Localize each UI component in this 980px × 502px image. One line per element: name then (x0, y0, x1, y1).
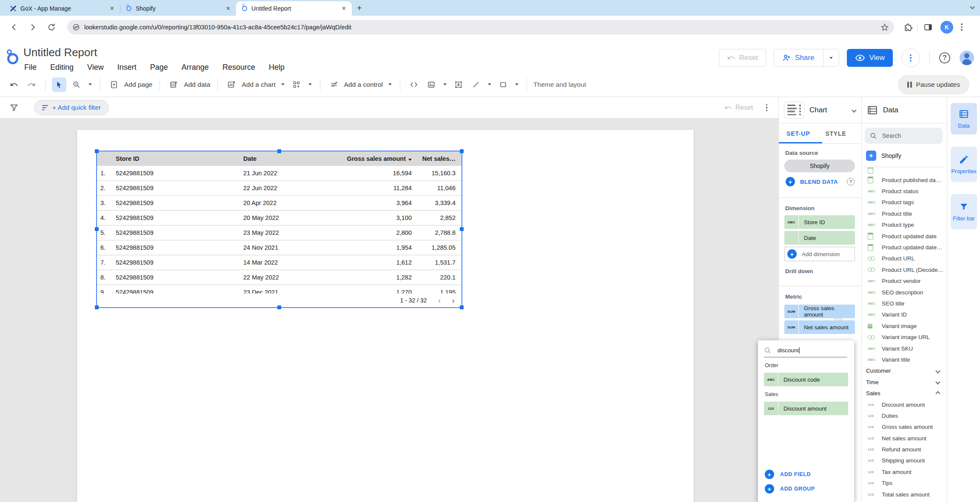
user-avatar[interactable] (960, 51, 974, 65)
share-button[interactable]: Share (774, 49, 839, 67)
field-row[interactable]: Product type (862, 220, 946, 231)
field-row[interactable]: Product published da… (862, 174, 946, 185)
field-group-row[interactable]: Time (862, 376, 946, 388)
reset-button[interactable]: Reset (719, 49, 766, 67)
field-row[interactable]: Variant ID (862, 309, 946, 320)
table-row[interactable]: 5. 52429881509 23 May 2022 2,800 2,788.8 (97, 225, 462, 240)
select-cursor-tool[interactable] (52, 77, 66, 92)
add-control-icon[interactable] (327, 77, 341, 92)
field-row[interactable]: Gross sales amount (862, 422, 946, 433)
field-group-row[interactable]: Customer (862, 365, 946, 376)
column-header-date[interactable]: Date (243, 155, 339, 162)
field-row[interactable]: SEO description (862, 287, 946, 298)
url-input[interactable]: lookerstudio.google.com/u/0/reporting/13… (67, 20, 894, 34)
field-row[interactable]: Product vendor (862, 276, 946, 287)
pause-updates-button[interactable]: Pause updates (898, 75, 969, 94)
previous-page-icon[interactable]: ‹ (438, 296, 441, 305)
table-chart[interactable]: Store ID Date Gross sales amount Net sal… (97, 151, 462, 307)
add-control-button[interactable]: Add a control (344, 81, 383, 88)
embed-code-icon[interactable] (407, 77, 421, 92)
url-text[interactable]: lookerstudio.google.com/u/0/reporting/13… (84, 24, 351, 31)
tab-strip-chevron-icon[interactable] (970, 4, 974, 9)
table-row[interactable]: 3. 52429881509 20 Apr 2022 3,964 3,339.4 (97, 196, 462, 211)
next-page-icon[interactable]: › (452, 296, 455, 305)
field-row[interactable]: Variant image (862, 320, 946, 331)
resize-handle-e[interactable] (460, 227, 464, 231)
rail-properties-button[interactable]: Properties (951, 147, 977, 182)
field-row[interactable]: Total sales amount (862, 489, 946, 500)
blend-help-icon[interactable]: ? (847, 178, 855, 185)
add-data-button[interactable]: Add data (184, 81, 210, 88)
report-page[interactable]: Store ID Date Gross sales amount Net sal… (77, 130, 694, 502)
field-row[interactable]: SEO title (862, 298, 946, 309)
text-tool-icon[interactable] (451, 77, 466, 92)
field-row[interactable]: Product status (862, 185, 946, 197)
resize-handle-sw[interactable] (95, 305, 99, 309)
table-row[interactable]: 6. 52429881509 24 Nov 2021 1,954 1,285.0… (97, 240, 462, 255)
help-icon[interactable]: ? (939, 52, 950, 63)
menu-item[interactable]: Help (269, 63, 285, 72)
add-page-button[interactable]: Add page (124, 81, 152, 88)
add-chart-caret[interactable] (281, 83, 285, 86)
menu-item[interactable]: Insert (117, 63, 137, 72)
filter-bar-menu-icon[interactable] (764, 103, 769, 113)
blend-data-button[interactable]: + BLEND DATA (786, 177, 838, 186)
add-chart-button[interactable]: Add a chart (242, 81, 275, 88)
menu-item[interactable]: File (24, 63, 37, 72)
report-canvas[interactable]: Store ID Date Gross sales amount Net sal… (0, 119, 778, 502)
table-row[interactable]: 8. 52429881509 22 May 2022 1,282 220.1 (97, 270, 462, 285)
add-field-button[interactable]: + ADD FIELD (765, 470, 811, 479)
menu-item[interactable]: Arrange (182, 63, 209, 72)
more-options-button[interactable] (901, 48, 920, 67)
table-row[interactable]: 9. 52429881509 23 Dec 2021 1,270 1,195 (97, 285, 462, 294)
field-row[interactable]: Tax amount (862, 466, 946, 477)
menu-item[interactable]: Editing (50, 63, 74, 72)
tab-close-icon[interactable]: × (226, 5, 230, 12)
field-search-box[interactable]: Search (865, 128, 943, 144)
field-row[interactable]: Refund amount (862, 444, 946, 455)
menu-item[interactable]: Resource (222, 63, 255, 72)
browser-tab-gox[interactable]: GoX - App Manage × (4, 1, 120, 16)
field-row[interactable]: Discount amount (862, 399, 946, 410)
field-row[interactable]: Net sales amount (862, 433, 946, 444)
line-tool-icon[interactable] (469, 77, 483, 92)
filter-reset-button[interactable]: Reset (724, 104, 753, 111)
filter-funnel-icon[interactable] (9, 103, 19, 112)
add-page-icon[interactable] (107, 77, 121, 92)
field-row[interactable]: Variant SKU (862, 343, 946, 354)
dimension-pill[interactable]: Date (784, 231, 855, 245)
site-info-icon[interactable] (72, 23, 80, 31)
tab-style[interactable]: STYLE (818, 130, 854, 137)
image-tool-icon[interactable] (424, 77, 439, 92)
undo-icon[interactable] (7, 77, 21, 92)
field-row[interactable]: Variant image URL (862, 331, 946, 342)
field-row[interactable]: Product updated date… (862, 242, 946, 253)
add-group-button[interactable]: + ADD GROUP (765, 484, 815, 493)
community-visualizations-icon[interactable] (289, 77, 304, 92)
zoom-tool-icon[interactable] (69, 77, 84, 92)
table-row[interactable]: 2. 52429881509 22 Jun 2022 11,284 11,046 (97, 181, 462, 196)
table-row[interactable]: 1. 52429881509 21 Jun 2022 16,594 15,160… (97, 166, 462, 181)
menu-item[interactable]: View (87, 63, 104, 72)
search-result-discount-code[interactable]: ABC Discount code (764, 373, 848, 386)
field-row[interactable]: Product title (862, 208, 946, 219)
resize-handle-ne[interactable] (460, 149, 464, 153)
new-tab-button[interactable]: + (357, 3, 362, 13)
reload-icon[interactable] (47, 23, 56, 32)
add-data-icon[interactable] (166, 77, 181, 92)
side-panel-icon[interactable] (923, 23, 933, 32)
resize-handle-s[interactable] (277, 305, 281, 309)
theme-and-layout-button[interactable]: Theme and layout (533, 81, 586, 88)
resize-handle-w[interactable] (95, 227, 99, 231)
column-header-gross-sales[interactable]: Gross sales amount (339, 155, 412, 162)
rail-data-button[interactable]: Data (951, 103, 977, 134)
field-row[interactable]: Shipping amount (862, 455, 946, 466)
browser-tab-shopify[interactable]: Shopify × (120, 1, 236, 16)
browser-menu-icon[interactable] (959, 22, 964, 32)
data-source-row[interactable]: Shopify (862, 151, 906, 161)
bookmark-star-icon[interactable] (880, 23, 889, 31)
data-source-pill[interactable]: Shopify (784, 160, 855, 172)
zoom-caret[interactable] (88, 83, 92, 86)
field-row[interactable]: Product URL (862, 253, 946, 264)
redo-icon[interactable] (24, 77, 39, 92)
